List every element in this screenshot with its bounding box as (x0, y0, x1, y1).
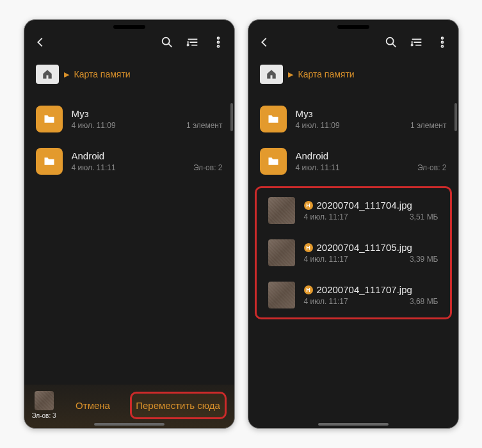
sort-icon[interactable] (186, 35, 200, 49)
home-icon[interactable] (36, 65, 59, 84)
svg-point-6 (217, 42, 219, 44)
item-date: 4 июл. 11:11 (296, 163, 340, 172)
breadcrumb[interactable]: ▶ Карта памяти (24, 56, 234, 98)
item-meta: 1 элемент (186, 121, 223, 130)
item-name: Муз (72, 108, 89, 119)
folder-icon (260, 148, 287, 175)
item-date: 4 июл. 11:17 (304, 212, 348, 221)
folder-icon (36, 148, 63, 175)
clipboard-thumb (35, 391, 54, 410)
sort-icon[interactable] (410, 35, 424, 49)
clipboard-preview[interactable]: Эл-ов: 3 (32, 391, 56, 419)
list-item[interactable]: H 20200704_111705.jpg 4 июл. 11:173,39 М… (257, 232, 450, 274)
highlighted-files: H 20200704_111704.jpg 4 июл. 11:173,51 М… (255, 186, 452, 319)
svg-line-9 (392, 44, 396, 47)
item-meta: Эл-ов: 2 (417, 163, 447, 172)
nav-handle[interactable] (318, 423, 389, 426)
back-icon[interactable] (33, 35, 47, 49)
badge-icon: H (304, 285, 313, 294)
item-date: 4 июл. 11:09 (296, 121, 340, 130)
clipboard-count: Эл-ов: 3 (32, 412, 56, 419)
item-size: 3,68 МБ (410, 297, 438, 306)
move-here-button[interactable]: Переместить сюда (130, 392, 227, 419)
item-name: 20200704_111707.jpg (317, 284, 412, 295)
folder-icon (260, 106, 287, 132)
svg-point-13 (441, 37, 443, 39)
item-size: 3,39 МБ (410, 255, 438, 264)
image-thumb (268, 197, 295, 224)
top-bar (248, 20, 458, 56)
svg-point-7 (217, 45, 219, 47)
list-item[interactable]: Муз 4 июл. 11:091 элемент (24, 98, 234, 140)
list-item[interactable]: Android 4 июл. 11:11Эл-ов: 2 (24, 140, 234, 182)
item-size: 3,51 МБ (410, 212, 438, 221)
more-icon[interactable] (435, 35, 449, 49)
item-date: 4 июл. 11:17 (304, 297, 348, 306)
file-list: Муз 4 июл. 11:091 элемент Android 4 июл.… (248, 98, 458, 422)
file-list: Муз 4 июл. 11:091 элемент Android 4 июл.… (24, 98, 234, 385)
scrollbar[interactable] (230, 103, 233, 131)
scrollbar[interactable] (454, 103, 457, 131)
folder-icon (36, 106, 63, 132)
back-icon[interactable] (257, 35, 271, 49)
action-bar: Эл-ов: 3 Отмена Переместить сюда (24, 385, 234, 428)
svg-line-1 (168, 44, 172, 47)
phone-left: ▶ Карта памяти Муз 4 июл. 11:091 элемент… (24, 19, 235, 429)
item-name: Android (72, 150, 105, 161)
breadcrumb-label[interactable]: Карта памяти (74, 69, 131, 79)
list-item[interactable]: H 20200704_111704.jpg 4 июл. 11:173,51 М… (257, 189, 450, 232)
breadcrumb[interactable]: ▶ Карта памяти (248, 56, 458, 98)
search-icon[interactable] (160, 35, 174, 49)
nav-handle[interactable] (94, 423, 165, 426)
item-date: 4 июл. 11:09 (72, 121, 116, 130)
item-date: 4 июл. 11:17 (304, 255, 348, 264)
svg-point-5 (217, 37, 219, 39)
item-meta: Эл-ов: 2 (193, 163, 223, 172)
list-item[interactable]: Android 4 июл. 11:11Эл-ов: 2 (248, 140, 458, 182)
item-name: Муз (296, 108, 313, 119)
item-name: Android (296, 150, 329, 161)
badge-icon: H (304, 201, 313, 210)
item-meta: 1 элемент (410, 121, 447, 130)
top-bar (24, 20, 234, 56)
more-icon[interactable] (211, 35, 225, 49)
svg-point-0 (162, 38, 169, 45)
chevron-right-icon: ▶ (288, 70, 293, 79)
phone-right: ▶ Карта памяти Муз 4 июл. 11:091 элемент… (248, 19, 459, 429)
cancel-button[interactable]: Отмена (60, 394, 126, 417)
item-date: 4 июл. 11:11 (72, 163, 116, 172)
image-thumb (268, 282, 295, 308)
list-item[interactable]: H 20200704_111707.jpg 4 июл. 11:173,68 М… (257, 274, 450, 316)
home-icon[interactable] (260, 65, 283, 84)
list-item[interactable]: Муз 4 июл. 11:091 элемент (248, 98, 458, 140)
item-name: 20200704_111704.jpg (317, 200, 412, 211)
svg-point-14 (441, 42, 443, 44)
breadcrumb-label[interactable]: Карта памяти (298, 69, 355, 79)
badge-icon: H (304, 243, 313, 252)
image-thumb (268, 239, 295, 266)
search-icon[interactable] (384, 35, 398, 49)
chevron-right-icon: ▶ (64, 70, 69, 79)
svg-point-15 (441, 45, 443, 47)
svg-point-8 (386, 38, 393, 45)
item-name: 20200704_111705.jpg (317, 242, 412, 253)
